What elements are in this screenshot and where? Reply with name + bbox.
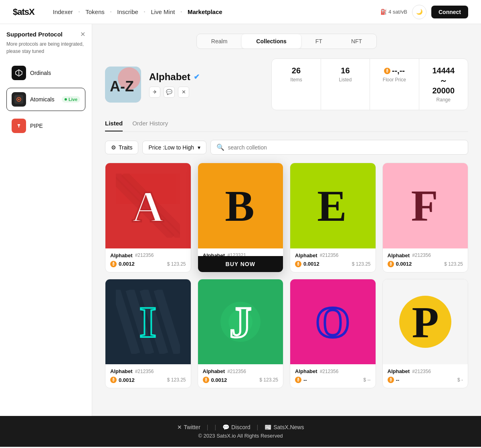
nav-inscribe[interactable]: Inscribe: [115, 7, 141, 17]
nft-card-o[interactable]: O Alphabet #212356 ₿ -- $ --: [290, 279, 376, 389]
nft-image-e: E: [290, 163, 376, 248]
nft-card-e[interactable]: E Alphabet #212356 ₿ 0.0012 $ 123.25: [290, 163, 376, 272]
live-dot: [65, 98, 67, 101]
sidebar-header: Supported Protocol ✕: [6, 30, 85, 38]
sep-2: |: [257, 424, 259, 430]
section-tabs: Listed Order History: [105, 120, 468, 132]
nft-price-row-p: ₿ -- $ -: [388, 377, 463, 383]
filter-bar: ⚙ Traits Price :Low to High ▾ 🔍: [105, 140, 468, 155]
nft-usd-o: $ --: [364, 377, 371, 383]
tab-ft[interactable]: FT: [301, 34, 337, 48]
protocol-item-pipe[interactable]: PIPE: [6, 114, 85, 137]
nav-marketplace[interactable]: Marketplace: [185, 7, 225, 17]
nft-image-o: O: [290, 279, 376, 365]
svg-text:J: J: [229, 298, 251, 347]
nft-price-row-o: ₿ -- $ --: [295, 377, 371, 383]
sidebar-title: Supported Protocol: [6, 31, 63, 38]
header: $atsX Indexer • Tokens • Inscribe • Live…: [0, 0, 481, 24]
btc-icon: ₿: [388, 261, 394, 267]
theme-toggle-button[interactable]: 🌙: [412, 5, 426, 19]
nft-card-b[interactable]: B Alphabet #123321 ₿ 0.0012 $ 223.25: [198, 163, 284, 272]
telegram-button[interactable]: ✈: [149, 87, 160, 98]
stat-floor-label: Floor Price: [381, 77, 407, 83]
nft-card-j[interactable]: J Alphabet #212356 ₿ 0.0012 $ 123.25: [198, 279, 284, 389]
nft-image-a: A: [105, 163, 191, 248]
discord-link[interactable]: 💬 Discord: [222, 424, 250, 430]
sep-1b: |: [214, 424, 216, 430]
btc-icon: ₿: [203, 377, 209, 383]
tab-nft[interactable]: NFT: [337, 34, 376, 48]
nft-name-a: Alphabet #212356: [110, 252, 186, 258]
footer-links: ✕ Twitter | | 💬 Discord | 📰 SatsX.News: [8, 424, 473, 430]
section-tab-order-history[interactable]: Order History: [132, 120, 168, 131]
twitter-icon: ✕: [177, 424, 182, 430]
nft-usd-a: $ 123.25: [167, 261, 186, 267]
sidebar-close-button[interactable]: ✕: [80, 30, 85, 38]
nav-indexer[interactable]: Indexer: [51, 7, 75, 17]
main-tabs: Realm Collections FT NFT: [196, 34, 377, 49]
stat-listed-value: 16: [332, 66, 358, 75]
nft-card-p[interactable]: P Alphabet #212356 ₿ -- $ -: [382, 279, 469, 389]
nft-price-row-j: ₿ 0.0012 $ 123.25: [203, 377, 279, 383]
tab-collections[interactable]: Collections: [242, 34, 301, 48]
twitter-link[interactable]: ✕ Twitter: [177, 424, 200, 430]
sidebar-subtitle: More protocols are being integrated, ple…: [6, 40, 85, 55]
main-content: Realm Collections FT NFT A-Z Alphabet ✔: [92, 24, 481, 416]
nft-info-a: Alphabet #212356 ₿ 0.0012 $ 123.25: [105, 248, 191, 272]
btc-icon: ₿: [295, 261, 301, 267]
svg-text:A-Z: A-Z: [110, 78, 134, 95]
protocol-item-ordinals[interactable]: Ordinals: [6, 61, 85, 85]
nav-tokens[interactable]: Tokens: [83, 7, 107, 17]
search-input[interactable]: [228, 144, 462, 151]
connect-button[interactable]: Connect: [431, 6, 468, 18]
nft-grid: A Alphabet #212356 ₿ 0.0012 $ 123.25: [105, 163, 468, 388]
nav-dot-3: •: [144, 10, 146, 14]
stat-range: 14444 ～ 20000 Range: [419, 59, 468, 110]
nav-live-mint[interactable]: Live Mint: [148, 7, 177, 17]
stat-floor-value: ₿ --,--: [381, 66, 407, 75]
gas-info: ⛽ 4 sat/vB: [380, 9, 407, 15]
tab-realm[interactable]: Realm: [197, 34, 242, 48]
svg-text:A: A: [132, 182, 164, 231]
twitter-button[interactable]: ✕: [178, 87, 189, 98]
collection-logo: A-Z: [105, 67, 141, 103]
traits-label: Traits: [119, 144, 132, 151]
nft-card-i[interactable]: I Alphabet #212356 ₿ 0.0012 $ 123.25: [105, 279, 191, 389]
svg-text:F: F: [411, 182, 438, 230]
stat-listed: 16 Listed: [321, 59, 370, 110]
discord-button[interactable]: 💬: [164, 87, 175, 98]
protocol-item-atomicals[interactable]: Atomicals Live: [6, 88, 85, 111]
nft-price-o: ₿ --: [295, 377, 307, 383]
nft-info-p: Alphabet #212356 ₿ -- $ -: [383, 364, 468, 388]
nft-price-p: ₿ --: [388, 377, 400, 383]
buy-now-button[interactable]: BUY NOW: [198, 256, 283, 272]
nav-dot-2: •: [110, 10, 112, 14]
stat-listed-label: Listed: [332, 77, 358, 83]
nft-card-f[interactable]: F Alphabet #212356 ₿ 0.0012 $ 123.25: [382, 163, 469, 272]
nft-price-a: ₿ 0.0012: [110, 261, 135, 267]
search-icon: 🔍: [216, 143, 224, 151]
nft-info-i: Alphabet #212356 ₿ 0.0012 $ 123.25: [105, 364, 191, 388]
gas-icon: ⛽: [380, 9, 387, 15]
header-right: ⛽ 4 sat/vB 🌙 Connect: [380, 5, 468, 19]
sort-dropdown[interactable]: Price :Low to High ▾: [142, 141, 206, 154]
svg-text:B: B: [225, 182, 254, 230]
search-box: 🔍: [210, 140, 468, 155]
nft-image-i: I: [105, 279, 191, 365]
nav: Indexer • Tokens • Inscribe • Live Mint …: [51, 7, 371, 17]
btc-icon: ₿: [110, 377, 117, 383]
nft-name-p: Alphabet #212356: [388, 368, 463, 374]
nft-info-j: Alphabet #212356 ₿ 0.0012 $ 123.25: [198, 364, 283, 388]
nft-price-row-i: ₿ 0.0012 $ 123.25: [110, 377, 186, 383]
nft-image-f: F: [383, 163, 468, 248]
nft-price-row-a: ₿ 0.0012 $ 123.25: [110, 261, 186, 267]
section-tab-listed[interactable]: Listed: [105, 120, 123, 131]
traits-icon: ⚙: [111, 144, 116, 151]
nft-info-o: Alphabet #212356 ₿ -- $ --: [290, 364, 376, 388]
nft-card-a[interactable]: A Alphabet #212356 ₿ 0.0012 $ 123.25: [105, 163, 191, 272]
satsx-news-link[interactable]: 📰 SatsX.News: [265, 424, 304, 430]
nft-usd-f: $ 123.25: [444, 261, 463, 267]
collection-name-text: Alphabet: [149, 71, 190, 83]
ordinals-name: Ordinals: [30, 70, 80, 76]
traits-button[interactable]: ⚙ Traits: [105, 141, 138, 154]
